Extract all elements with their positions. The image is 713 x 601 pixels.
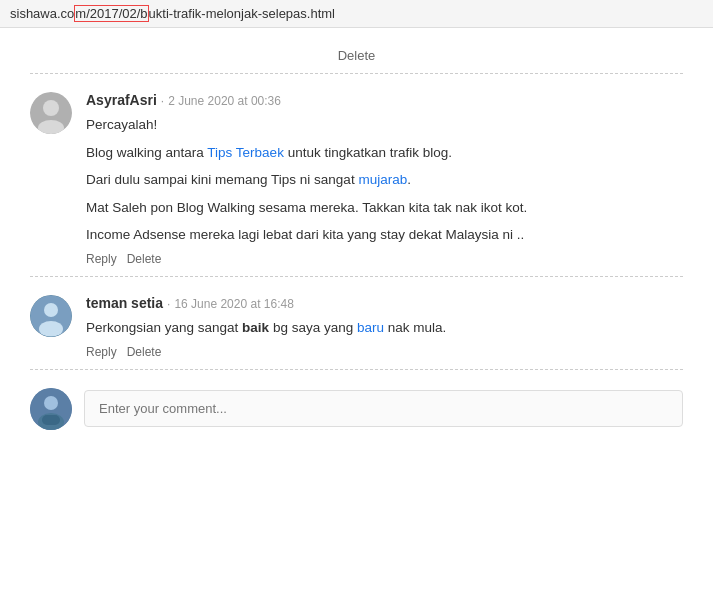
comment-1-meta: AsyrafAsri · 2 June 2020 at 00:36 bbox=[86, 92, 683, 108]
avatar-1 bbox=[30, 92, 72, 134]
url-suffix: ukti-trafik-melonjak-selepas.html bbox=[149, 6, 335, 21]
svg-point-8 bbox=[44, 396, 58, 410]
comment-2-reply[interactable]: Reply bbox=[86, 345, 117, 359]
comment-1: AsyrafAsri · 2 June 2020 at 00:36 Percay… bbox=[30, 78, 683, 272]
svg-point-5 bbox=[39, 321, 63, 337]
comment-2-body: teman setia · 16 June 2020 at 16:48 Perk… bbox=[86, 295, 683, 359]
comment-2-actions: Reply Delete bbox=[86, 345, 683, 359]
comment-1-line-1: Percayalah! bbox=[86, 117, 157, 132]
comment-1-line-5: Income Adsense mereka lagi lebat dari ki… bbox=[86, 227, 524, 242]
comment-1-line-3: Dari dulu sampai kini memang Tips ni san… bbox=[86, 172, 411, 187]
delete-top[interactable]: Delete bbox=[30, 38, 683, 69]
comment-2-author: teman setia bbox=[86, 295, 163, 311]
divider-top bbox=[30, 73, 683, 74]
comment-2-date: 16 June 2020 at 16:48 bbox=[174, 297, 293, 311]
input-avatar bbox=[30, 388, 72, 430]
comment-1-line-2: Blog walking antara Tips Terbaek untuk t… bbox=[86, 145, 452, 160]
svg-rect-10 bbox=[42, 415, 60, 425]
divider-bottom bbox=[30, 369, 683, 370]
comment-2-meta: teman setia · 16 June 2020 at 16:48 bbox=[86, 295, 683, 311]
svg-point-1 bbox=[43, 100, 59, 116]
svg-point-4 bbox=[44, 303, 58, 317]
avatar-2 bbox=[30, 295, 72, 337]
comment-2-text: Perkongsian yang sangat baik bg saya yan… bbox=[86, 317, 683, 339]
comment-1-text: Percayalah! Blog walking antara Tips Ter… bbox=[86, 114, 683, 246]
comment-1-actions: Reply Delete bbox=[86, 252, 683, 266]
comments-section: Delete AsyrafAsri · 2 June 2020 at 00:36… bbox=[0, 28, 713, 460]
url-prefix: sishawa.co bbox=[10, 6, 74, 21]
comment-1-author: AsyrafAsri bbox=[86, 92, 157, 108]
comment-1-line-4: Mat Saleh pon Blog Walking sesama mereka… bbox=[86, 200, 527, 215]
comment-input[interactable] bbox=[84, 390, 683, 427]
delete-top-label[interactable]: Delete bbox=[338, 48, 376, 63]
comment-1-reply[interactable]: Reply bbox=[86, 252, 117, 266]
url-highlighted: m/2017/02/b bbox=[74, 5, 148, 22]
comment-2-line-1: Perkongsian yang sangat baik bg saya yan… bbox=[86, 320, 446, 335]
comment-input-area bbox=[30, 374, 683, 440]
divider-mid bbox=[30, 276, 683, 277]
comment-1-date: 2 June 2020 at 00:36 bbox=[168, 94, 281, 108]
comment-2-delete[interactable]: Delete bbox=[127, 345, 162, 359]
comment-1-dot: · bbox=[161, 94, 164, 108]
comment-2-dot: · bbox=[167, 297, 170, 311]
address-bar[interactable]: sishawa.com/2017/02/bukti-trafik-melonja… bbox=[0, 0, 713, 28]
comment-1-delete[interactable]: Delete bbox=[127, 252, 162, 266]
comment-2: teman setia · 16 June 2020 at 16:48 Perk… bbox=[30, 281, 683, 365]
comment-1-body: AsyrafAsri · 2 June 2020 at 00:36 Percay… bbox=[86, 92, 683, 266]
